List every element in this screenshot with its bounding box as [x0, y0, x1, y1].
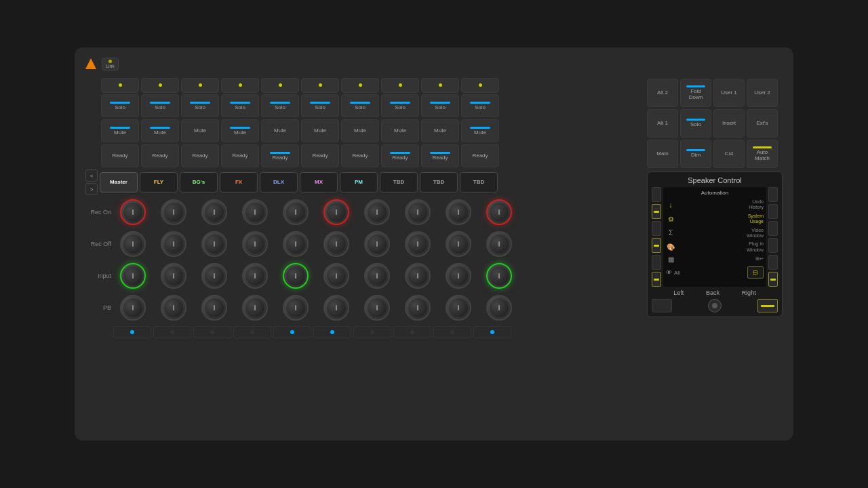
knob-pb-2[interactable] [155, 293, 193, 323]
mute-ch1[interactable]: Mute [101, 119, 139, 142]
ch-top-2[interactable] [141, 78, 179, 93]
knob-input-6[interactable] [317, 261, 355, 291]
view-toggle[interactable]: ⊟ [747, 266, 764, 279]
ready-ch7[interactable]: Ready [341, 144, 379, 167]
sp-left-btn-6[interactable] [652, 272, 661, 287]
knob-recoff-6[interactable] [317, 229, 355, 259]
mute-ch6[interactable]: Mute [301, 119, 339, 142]
nav-right[interactable]: > [85, 183, 98, 195]
mute-ch3[interactable]: Mute [181, 119, 219, 142]
solo-ch3[interactable]: Solo [181, 94, 219, 117]
knob-pb-9[interactable] [439, 293, 477, 323]
mute-ch10[interactable]: Mute [461, 119, 499, 142]
ready-ch8[interactable]: Ready [381, 144, 419, 167]
mute-ch8[interactable]: Mute [381, 119, 419, 142]
alt1-button[interactable]: Alt 1 [647, 109, 678, 138]
fader-btn-8[interactable] [393, 326, 431, 338]
knob-input-4[interactable] [236, 261, 274, 291]
ready-ch4[interactable]: Ready [221, 144, 259, 167]
solo-ch4[interactable]: Solo [221, 94, 259, 117]
knob-pb-7[interactable] [358, 293, 396, 323]
ch-top-6[interactable] [301, 78, 339, 93]
knob-recon-6[interactable] [317, 197, 355, 227]
ch-name-dlx[interactable]: DLX [260, 172, 298, 192]
knob-input-2[interactable] [155, 261, 193, 291]
solo-ch7[interactable]: Solo [341, 94, 379, 117]
sp-left-btn-2[interactable] [652, 204, 661, 219]
mute-ch9[interactable]: Mute [421, 119, 459, 142]
fader-btn-7[interactable] [353, 326, 391, 338]
user1-button[interactable]: User 1 [713, 79, 745, 107]
sp-left-btn-3[interactable] [652, 221, 661, 236]
knob-pb-8[interactable] [399, 293, 437, 323]
fader-btn-1[interactable] [113, 326, 151, 338]
ch-name-tbd1[interactable]: TBD [380, 172, 418, 192]
sp-ctrl-center[interactable] [708, 299, 722, 312]
sp-right-btn-5[interactable] [768, 255, 778, 270]
knob-input-3[interactable] [195, 261, 233, 291]
knob-recon-8[interactable] [399, 197, 437, 227]
link-button[interactable]: Link [102, 58, 119, 70]
sp-right-btn-1[interactable] [768, 187, 778, 202]
ready-ch9[interactable]: Ready [421, 144, 459, 167]
knob-pb-6[interactable] [317, 293, 355, 323]
solo-ch1[interactable]: Solo [101, 94, 139, 117]
knob-recoff-9[interactable] [439, 229, 477, 259]
knob-pb-3[interactable] [195, 293, 233, 323]
knob-input-8[interactable] [399, 261, 437, 291]
knob-recoff-4[interactable] [236, 229, 274, 259]
knob-recon-1[interactable] [114, 197, 152, 227]
knob-pb-10[interactable] [480, 293, 518, 323]
ready-ch6[interactable]: Ready [301, 144, 339, 167]
mute-ch5[interactable]: Mute [261, 119, 299, 142]
knob-pb-1[interactable] [114, 293, 152, 323]
knob-recon-2[interactable] [155, 197, 193, 227]
sp-right-btn-4[interactable] [768, 238, 778, 253]
knob-recoff-5[interactable] [277, 229, 315, 259]
knob-pb-4[interactable] [236, 293, 274, 323]
fader-btn-2[interactable] [153, 326, 191, 338]
knob-recon-9[interactable] [439, 197, 477, 227]
knob-recoff-10[interactable] [480, 229, 518, 259]
cut-button[interactable]: Cut [713, 140, 745, 168]
fader-btn-3[interactable] [193, 326, 231, 338]
knob-recoff-3[interactable] [195, 229, 233, 259]
ch-name-pm[interactable]: PM [340, 172, 378, 192]
sp-ctrl-right[interactable] [757, 299, 778, 312]
knob-recoff-2[interactable] [155, 229, 193, 259]
mute-ch7[interactable]: Mute [341, 119, 379, 142]
knob-input-9[interactable] [439, 261, 477, 291]
sp-right-btn-6[interactable] [768, 272, 778, 287]
sp-ctrl-left[interactable] [652, 299, 672, 312]
knob-recoff-7[interactable] [358, 229, 396, 259]
knob-pb-5[interactable] [277, 293, 315, 323]
knob-input-5[interactable] [277, 261, 315, 291]
ch-name-bgs[interactable]: BG's [180, 172, 218, 192]
fader-btn-6[interactable] [313, 326, 351, 338]
knob-recoff-1[interactable] [114, 229, 152, 259]
knob-input-10[interactable] [480, 261, 518, 291]
solo-ch5[interactable]: Solo [261, 94, 299, 117]
ch-top-4[interactable] [221, 78, 259, 93]
mute-ch4[interactable]: Mute [221, 119, 259, 142]
ch-top-10[interactable] [461, 78, 499, 93]
exts-button[interactable]: Ext's [747, 109, 778, 138]
ch-top-7[interactable] [341, 78, 379, 93]
fader-btn-5[interactable] [273, 326, 311, 338]
user2-button[interactable]: User 2 [747, 79, 778, 107]
ch-name-fx[interactable]: FX [220, 172, 258, 192]
solo-ch8[interactable]: Solo [381, 94, 419, 117]
knob-input-7[interactable] [358, 261, 396, 291]
ch-name-tbd2[interactable]: TBD [420, 172, 458, 192]
solo-ch9[interactable]: Solo [421, 94, 459, 117]
knob-recon-5[interactable] [277, 197, 315, 227]
ch-top-3[interactable] [181, 78, 219, 93]
sp-left-btn-5[interactable] [652, 255, 661, 270]
dim-button[interactable]: Dim [680, 140, 711, 168]
alt2-button[interactable]: Alt 2 [647, 79, 678, 107]
ch-top-5[interactable] [261, 78, 299, 93]
ready-ch10[interactable]: Ready [461, 144, 499, 167]
solo-ch10[interactable]: Solo [461, 94, 499, 117]
nav-left[interactable]: < [85, 169, 98, 182]
fold-down-button[interactable]: FoldDown [680, 79, 711, 107]
